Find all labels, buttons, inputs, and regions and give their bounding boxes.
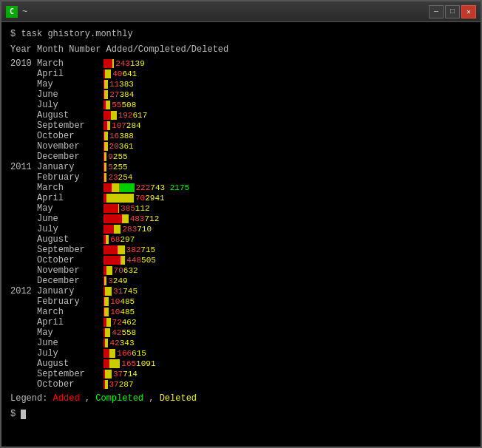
bar-container [103, 204, 119, 213]
bar-numbers: 72462 [112, 317, 137, 327]
bar-numbers: 16388 [109, 131, 134, 141]
bar-container [103, 173, 106, 182]
bar-numbers: 42343 [109, 338, 134, 348]
row-month: November [37, 141, 103, 152]
table-header: Year Month Number Added/Completed/Delete… [10, 44, 472, 56]
minimize-button[interactable]: — [429, 5, 444, 18]
row-month: January [37, 286, 103, 296]
row-bar-area: 448505 [103, 255, 472, 265]
table-row: September37714 [10, 369, 472, 379]
bar-container [103, 256, 125, 265]
bar-completed [104, 80, 108, 89]
maximize-button[interactable]: □ [445, 5, 460, 18]
bar-numbers: 5255 [108, 162, 127, 172]
legend-added: Added [53, 393, 80, 404]
bar-numbers: 11383 [109, 79, 134, 89]
bar-container [103, 276, 106, 285]
row-year: 2010 [10, 58, 37, 69]
row-year: 2011 [10, 162, 37, 172]
row-month: October [37, 255, 103, 265]
row-month: October [37, 131, 103, 141]
row-month: July [37, 100, 103, 110]
row-month: February [37, 296, 103, 307]
bar-numbers: 10485 [110, 307, 135, 317]
bar-container [103, 132, 108, 140]
bar-container [103, 245, 125, 254]
row-bar-area: 55508 [103, 100, 472, 110]
bar-container [103, 349, 115, 358]
row-bar-area: 10485 [103, 296, 472, 307]
row-month: March [37, 58, 103, 69]
data-table: 2010March243139April40641May11383June273… [10, 58, 472, 390]
table-row: December9255 [10, 152, 472, 162]
row-month: July [37, 224, 103, 234]
bar-container [103, 80, 108, 89]
close-button[interactable]: ✕ [461, 5, 476, 18]
bar-numbers: 55508 [112, 100, 136, 110]
bar-completed [112, 183, 118, 192]
bar-completed [118, 245, 124, 254]
bar-completed [112, 59, 114, 68]
table-row: September382715 [10, 245, 472, 255]
row-bar-area: 42343 [103, 338, 472, 348]
table-row: December3249 [10, 276, 472, 286]
bar-container [103, 101, 110, 109]
bar-numbers: 42558 [112, 327, 136, 338]
bar-completed [118, 204, 119, 213]
bar-container [103, 287, 112, 296]
bar-added [103, 59, 112, 68]
bar-completed [105, 339, 108, 347]
table-row: June27384 [10, 89, 472, 100]
bar-numbers: 1651091 [121, 359, 155, 369]
row-year: 2012 [10, 286, 37, 296]
bar-completed [109, 349, 115, 358]
row-bar-area: 70632 [103, 265, 472, 276]
table-row: February10485 [10, 296, 472, 307]
bar-added [103, 204, 118, 213]
bar-completed [104, 90, 108, 99]
bar-added [103, 225, 114, 234]
bar-numbers: 10485 [110, 296, 135, 307]
bar-container [103, 59, 114, 68]
table-row: May11383 [10, 79, 472, 89]
row-bar-area: 40641 [103, 69, 472, 79]
row-month: September [37, 121, 103, 131]
bar-container [103, 266, 112, 275]
table-row: October37287 [10, 379, 472, 390]
row-month: August [37, 110, 103, 121]
bar-completed [105, 370, 112, 379]
bar-numbers: 70632 [114, 265, 138, 276]
bar-container [103, 142, 108, 151]
legend-completed: Completed [95, 393, 143, 404]
row-bar-area: 107284 [103, 121, 472, 131]
row-month: February [37, 172, 103, 183]
bar-completed [120, 256, 125, 265]
row-bar-area: 222743 2175 [103, 183, 472, 193]
row-bar-area: 3249 [103, 276, 472, 286]
bar-container [103, 328, 110, 337]
row-bar-area: 27384 [103, 89, 472, 100]
table-row: September107284 [10, 121, 472, 131]
row-bar-area: 31745 [103, 286, 472, 296]
row-bar-area: 68297 [103, 234, 472, 245]
bar-numbers: 40641 [112, 69, 137, 79]
bar-container [103, 163, 106, 172]
bar-added [103, 183, 112, 192]
table-row: April40641 [10, 69, 472, 79]
terminal-output: $ task ghistory.monthly Year Month Numbe… [1, 22, 481, 447]
bar-completed [106, 266, 112, 275]
bar-completed [106, 101, 110, 109]
row-bar-area: 37287 [103, 379, 472, 390]
bar-numbers: 37714 [113, 369, 138, 379]
row-month: March [37, 183, 103, 193]
bar-numbers: 283710 [122, 224, 152, 234]
row-month: August [37, 234, 103, 245]
row-bar-area: 385112 [103, 203, 472, 214]
bar-added [103, 256, 120, 265]
bar-completed [104, 173, 106, 182]
bar-completed [106, 318, 111, 327]
bar-numbers: 702941 [135, 193, 165, 203]
row-bar-area: 37714 [103, 369, 472, 379]
bar-container [103, 111, 117, 120]
row-month: December [37, 276, 103, 286]
